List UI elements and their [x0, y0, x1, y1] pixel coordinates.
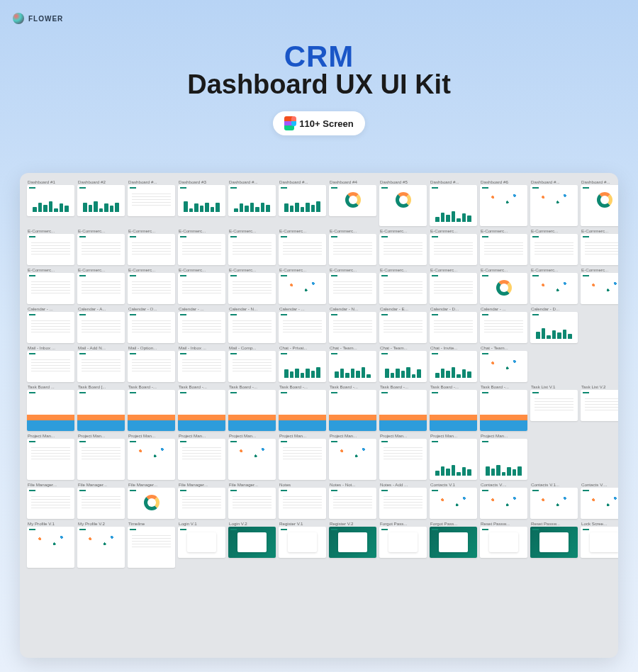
screen-thumbnail[interactable] [329, 351, 376, 382]
screen-thumbnail[interactable] [27, 439, 74, 480]
screen-cell[interactable]: Dashboard #... [581, 179, 618, 226]
screen-cell[interactable]: Notes - Add ... [379, 481, 427, 519]
screen-cell[interactable]: Dashboard #5 [379, 179, 427, 226]
screen-thumbnail[interactable] [329, 312, 376, 343]
screen-thumbnail[interactable] [228, 312, 276, 343]
screen-cell[interactable]: Contacts V.... [480, 481, 527, 519]
screen-thumbnail[interactable] [279, 439, 326, 480]
screen-thumbnail[interactable] [430, 234, 477, 265]
screen-cell[interactable]: E-Commerc... [430, 228, 477, 265]
screen-thumbnail[interactable] [178, 527, 225, 558]
screen-cell[interactable]: Dashboard #6 [480, 179, 527, 226]
screen-thumbnail[interactable] [329, 390, 376, 431]
screen-cell[interactable]: Mail - Inbox ... [178, 345, 225, 382]
screen-thumbnail[interactable] [581, 273, 618, 304]
screen-thumbnail[interactable] [228, 234, 276, 265]
screen-thumbnail[interactable] [329, 527, 376, 558]
screen-cell[interactable]: Project Man... [379, 432, 427, 480]
screen-cell[interactable]: E-Commerc... [581, 267, 618, 304]
screen-thumbnail[interactable] [27, 527, 74, 568]
screen-cell[interactable]: Project Man... [128, 432, 175, 480]
screen-thumbnail[interactable] [228, 488, 276, 519]
screen-thumbnail[interactable] [77, 351, 125, 382]
screen-cell[interactable]: E-Commerc... [27, 267, 74, 304]
screen-thumbnail[interactable] [77, 390, 125, 431]
screen-thumbnail[interactable] [178, 488, 225, 519]
screen-cell[interactable]: E-Commerc... [228, 228, 276, 265]
screen-thumbnail[interactable] [77, 527, 125, 568]
screen-cell[interactable]: Contacts V.1 [430, 481, 477, 519]
screen-thumbnail[interactable] [329, 439, 376, 480]
screen-thumbnail[interactable] [530, 234, 578, 265]
screens-canvas[interactable]: Dashboard #1Dashboard #2Dashboard #...Da… [20, 173, 618, 658]
screen-cell[interactable]: Calendar - A... [77, 306, 125, 343]
screen-cell[interactable]: E-Commerc... [329, 267, 376, 304]
screen-cell[interactable]: Project Man... [430, 432, 477, 480]
screen-thumbnail[interactable] [581, 185, 618, 226]
screen-thumbnail[interactable] [581, 390, 618, 421]
screen-thumbnail[interactable] [430, 273, 477, 304]
screen-thumbnail[interactable] [480, 488, 527, 519]
screen-cell[interactable]: Notes - Not... [329, 481, 376, 519]
screen-thumbnail[interactable] [228, 351, 276, 382]
screen-cell[interactable]: Contacts V.1... [530, 481, 578, 519]
screen-cell[interactable]: Dashboard #... [279, 179, 326, 226]
screen-cell[interactable]: Task Board ... [27, 383, 74, 431]
screen-thumbnail[interactable] [530, 312, 578, 343]
screen-thumbnail[interactable] [480, 527, 527, 558]
screen-cell[interactable]: Login V.1 [178, 520, 225, 568]
screen-thumbnail[interactable] [480, 234, 527, 265]
screen-thumbnail[interactable] [430, 312, 477, 343]
screen-cell[interactable]: Project Man... [178, 432, 225, 480]
screen-thumbnail[interactable] [128, 527, 175, 568]
screen-cell[interactable]: E-Commerc... [379, 267, 427, 304]
screen-cell[interactable]: E-Commerc... [128, 267, 175, 304]
screen-thumbnail[interactable] [581, 527, 618, 558]
screen-thumbnail[interactable] [279, 527, 326, 558]
screen-cell[interactable]: Contacts V.... [581, 481, 618, 519]
screen-thumbnail[interactable] [581, 488, 618, 519]
screen-cell[interactable]: E-Commerc... [530, 228, 578, 265]
screen-cell[interactable]: Register V.1 [279, 520, 326, 568]
screen-cell[interactable]: E-Commerc... [530, 267, 578, 304]
screen-thumbnail[interactable] [27, 351, 74, 382]
screen-cell[interactable]: E-Commerc... [128, 228, 175, 265]
screen-thumbnail[interactable] [27, 273, 74, 304]
screen-cell[interactable]: E-Commerc... [480, 228, 527, 265]
screen-thumbnail[interactable] [27, 185, 74, 216]
screen-thumbnail[interactable] [279, 185, 326, 216]
screen-thumbnail[interactable] [430, 527, 477, 558]
screen-cell[interactable]: E-Commerc... [228, 267, 276, 304]
screen-thumbnail[interactable] [27, 234, 74, 265]
screen-thumbnail[interactable] [430, 185, 477, 226]
screen-cell[interactable]: Mail - Option... [128, 345, 175, 382]
screen-cell[interactable]: Task List V.2 [581, 383, 618, 431]
screen-cell[interactable]: Forgot Pass... [379, 520, 427, 568]
screen-cell[interactable]: E-Commerc... [279, 228, 326, 265]
screen-thumbnail[interactable] [530, 527, 578, 558]
screen-thumbnail[interactable] [379, 234, 427, 265]
screen-cell[interactable]: Project Man... [77, 432, 125, 480]
screen-thumbnail[interactable] [27, 312, 74, 343]
screen-thumbnail[interactable] [329, 488, 376, 519]
screen-thumbnail[interactable] [379, 273, 427, 304]
screen-cell[interactable]: Project Man... [279, 432, 326, 480]
screen-thumbnail[interactable] [128, 273, 175, 304]
screen-cell[interactable]: E-Commerc... [178, 267, 225, 304]
screen-thumbnail[interactable] [430, 390, 477, 431]
screen-cell[interactable]: Lock Scree... [581, 520, 618, 568]
screen-cell[interactable]: Calendar - D... [530, 306, 578, 343]
screen-thumbnail[interactable] [178, 234, 225, 265]
screen-thumbnail[interactable] [77, 312, 125, 343]
screen-thumbnail[interactable] [279, 488, 326, 519]
screen-thumbnail[interactable] [530, 185, 578, 226]
screen-cell[interactable]: E-Commerc... [77, 267, 125, 304]
screen-thumbnail[interactable] [128, 234, 175, 265]
screen-thumbnail[interactable] [430, 488, 477, 519]
screen-cell[interactable]: File Manager... [77, 481, 125, 519]
screen-cell[interactable]: Calendar - ... [279, 306, 326, 343]
screen-cell[interactable]: Mail - Comp... [228, 345, 276, 382]
screen-cell[interactable]: Calendar - D... [430, 306, 477, 343]
screen-cell[interactable]: My Profile V.2 [77, 520, 125, 568]
screen-thumbnail[interactable] [379, 351, 427, 382]
